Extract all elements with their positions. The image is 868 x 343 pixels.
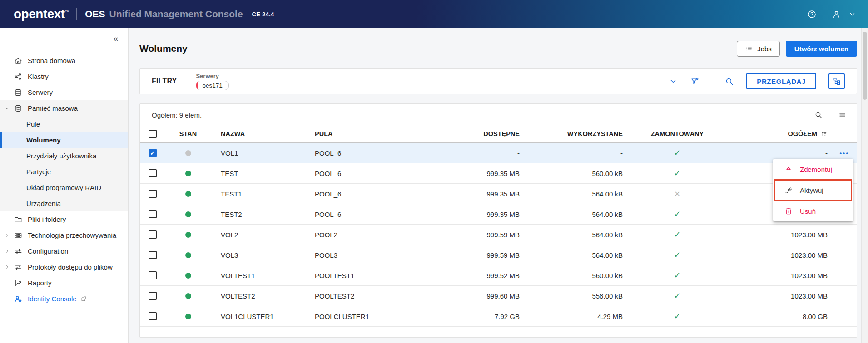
help-icon[interactable]	[807, 10, 817, 19]
sidebar-item-strona-domowa[interactable]: Strona domowa	[0, 53, 128, 69]
sidebar-item-klastry[interactable]: Klastry	[0, 69, 128, 84]
clear-filter-icon[interactable]	[690, 77, 699, 86]
filter-collapse-chevron-icon[interactable]	[669, 77, 678, 86]
cell-name: VOLTEST2	[211, 292, 304, 300]
header-cell-stan[interactable]: STAN	[165, 130, 211, 137]
sort-ascending-icon[interactable]	[820, 130, 828, 137]
sidebar-item-wolumeny[interactable]: Wolumeny	[0, 132, 128, 148]
sidebar-item-pliki-i-foldery[interactable]: Pliki i foldery	[0, 211, 128, 227]
cell-used: 564.00 kB	[524, 211, 627, 218]
header-cell-zamontowany[interactable]: ZAMONTOWANY	[627, 130, 727, 137]
cell-pool: POOLTEST2	[304, 292, 454, 300]
table-row-vol2[interactable]: VOL2POOL2999.59 MB564.00 kB✓1023.00 MB	[140, 225, 857, 245]
browse-button[interactable]: PRZEGLĄDAJ	[746, 73, 816, 89]
cell-name: TEST1	[211, 190, 304, 198]
row-checkbox[interactable]	[149, 210, 157, 218]
tree-view-button[interactable]	[828, 73, 845, 89]
sidebar-item-partycje[interactable]: Partycje	[0, 164, 128, 180]
sidebar-item-label: Wolumeny	[26, 136, 61, 144]
sliders-icon	[14, 247, 23, 256]
page-title: Wolumeny	[139, 43, 188, 54]
menu-item-unmount[interactable]: Zdemontuj	[773, 159, 853, 180]
sidebar-item-configuration[interactable]: Configuration	[0, 243, 128, 259]
page-scrollbar[interactable]	[861, 28, 868, 343]
header-cell-nazwa[interactable]: NAZWA	[211, 130, 304, 137]
header-cell-ogolem[interactable]: OGÓŁEM	[727, 130, 832, 137]
mounted-check-icon: ✓	[674, 230, 680, 240]
table-search-icon[interactable]	[814, 110, 823, 119]
home-icon	[14, 56, 23, 65]
table-row-test[interactable]: TESTPOOL_6999.35 MB560.00 kB✓	[140, 163, 857, 184]
header-cell-wykorzystane[interactable]: WYKORZYSTANE	[524, 130, 627, 137]
cell-pool: POOL2	[304, 231, 454, 239]
mounted-check-icon: ✓	[674, 209, 680, 219]
select-all-checkbox[interactable]	[149, 130, 157, 138]
sidebar-item-pamiec-masowa[interactable]: Pamięć masowa	[0, 100, 128, 116]
sidebar-nav: Strona domowaKlastrySerweryPamięć masowa…	[0, 49, 128, 307]
table-view-icon[interactable]	[838, 111, 847, 119]
sidebar-item-uklad-programowy-raid[interactable]: Układ programowy RAID	[0, 180, 128, 196]
mounted-check-icon: ✓	[674, 250, 680, 260]
sidebar-item-serwery[interactable]: Serwery	[0, 84, 128, 100]
table-row-test2[interactable]: TEST2POOL_6999.35 MB564.00 kB✓	[140, 204, 857, 225]
row-more-actions-icon[interactable]: •••	[839, 150, 849, 157]
row-checkbox[interactable]	[149, 312, 157, 320]
mounted-check-icon: ✓	[674, 168, 680, 178]
table-row-test1[interactable]: TEST1POOL_6999.35 MB564.00 kB✕	[140, 184, 857, 204]
chevron-right-icon[interactable]	[4, 248, 10, 255]
row-checkbox[interactable]	[149, 149, 157, 157]
cell-pool: POOL_6	[304, 211, 454, 218]
row-checkbox[interactable]	[149, 190, 157, 198]
header-cell-pula[interactable]: PULA	[304, 130, 454, 137]
menu-item-delete[interactable]: Usuń	[773, 201, 853, 221]
main-content: Wolumeny Jobs Utwórz wolumen FILTRY Serw…	[129, 28, 868, 343]
table-row-vol1cluster1[interactable]: VOL1CLUSTER1POOLCLUSTER17.92 GB4.29 MB✓8…	[140, 306, 857, 327]
table-row-vol3[interactable]: VOL3POOL3999.59 MB564.00 kB✓1023.00 MB	[140, 245, 857, 265]
chevron-right-icon[interactable]	[4, 232, 10, 239]
user-icon[interactable]	[832, 10, 841, 19]
sidebar-item-identity-console[interactable]: Identity Console	[0, 291, 128, 307]
filter-bar: FILTRY Serwery oes171 PRZEGLĄDAJ	[139, 68, 857, 94]
cell-name: VOL1CLUSTER1	[211, 313, 304, 320]
row-checkbox[interactable]	[149, 230, 157, 239]
cell-used: 564.00 kB	[524, 190, 627, 198]
table-row-voltest2[interactable]: VOLTEST2POOLTEST2999.60 MB556.00 kB✓1023…	[140, 286, 857, 306]
header-cell-select	[140, 130, 165, 138]
sidebar-item-raporty[interactable]: Raporty	[0, 275, 128, 291]
cell-name: VOL2	[211, 231, 304, 239]
cluster-icon	[14, 72, 23, 81]
database-icon	[14, 104, 23, 113]
table-row-vol1[interactable]: VOL1POOL_6--✓-•••	[140, 143, 857, 163]
create-volume-button[interactable]: Utwórz wolumen	[786, 41, 857, 57]
sidebar-item-label: Partycje	[26, 168, 51, 176]
sidebar-item-przydzialy-uzytkownika[interactable]: Przydziały użytkownika	[0, 148, 128, 164]
scrollbar-thumb[interactable]	[863, 32, 867, 100]
row-checkbox[interactable]	[149, 251, 157, 259]
row-checkbox[interactable]	[149, 271, 157, 279]
eject-icon	[784, 165, 793, 174]
header-cell-dostepne[interactable]: DOSTĘPNE	[454, 130, 524, 137]
sidebar-item-urzadzenia[interactable]: Urządzenia	[0, 196, 128, 211]
table-header-row: STANNAZWAPULADOSTĘPNEWYKORZYSTANEZAMONTO…	[140, 126, 857, 143]
menu-item-activate[interactable]: Aktywuj	[773, 180, 853, 201]
sidebar-item-protokoly-dostepu-do-plikow[interactable]: Protokoły dostępu do plików	[0, 259, 128, 275]
cell-used: 564.00 kB	[524, 251, 627, 259]
chip-color-bar	[196, 81, 198, 90]
sidebar-item-technologia-przechowywania[interactable]: Technologia przechowywania	[0, 227, 128, 243]
row-checkbox[interactable]	[149, 292, 157, 300]
status-dot-gray	[185, 150, 191, 156]
filter-group-servers: Serwery oes171	[196, 73, 228, 90]
chevron-down-icon[interactable]	[4, 105, 10, 112]
table-row-voltest1[interactable]: VOLTEST1POOLTEST1999.52 MB560.00 kB✓1023…	[140, 265, 857, 286]
sidebar-collapse-icon[interactable]: «	[113, 34, 118, 43]
user-menu-chevron-icon[interactable]	[848, 10, 856, 18]
product-suffix: Unified Management Console	[109, 9, 243, 20]
row-checkbox[interactable]	[149, 169, 157, 177]
sidebar-item-pule[interactable]: Pule	[0, 116, 128, 132]
filter-search-icon[interactable]	[724, 77, 734, 86]
chevron-right-icon[interactable]	[4, 264, 10, 270]
filter-chip-oes171[interactable]: oes171	[196, 81, 228, 90]
version-badge: CE 24.4	[252, 11, 274, 18]
jobs-button[interactable]: Jobs	[737, 41, 780, 57]
list-icon	[745, 44, 753, 53]
